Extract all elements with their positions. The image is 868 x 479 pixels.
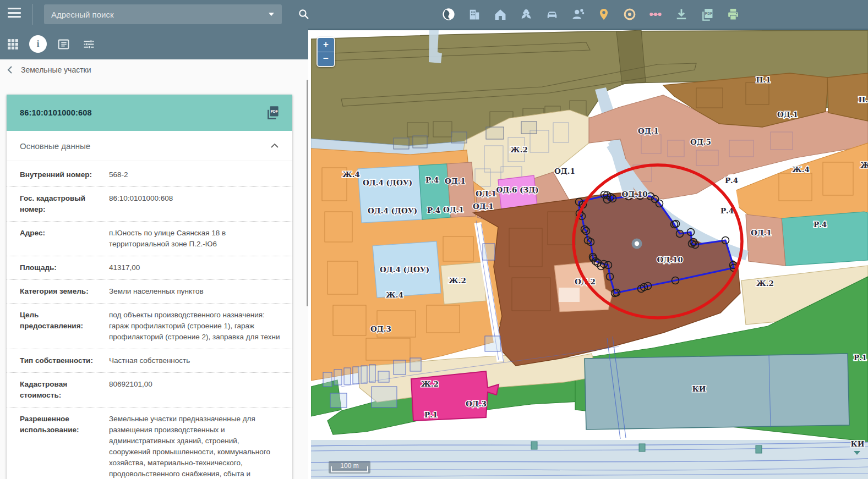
field-value: п.Юность по улице Саянская 18 в территор… [109,228,280,250]
search-icon[interactable] [298,8,310,20]
field-value: Земельные участки предназначенные для ра… [109,414,280,479]
zoom-out-button[interactable]: − [318,52,334,66]
menu-icon[interactable] [8,8,22,21]
field-label: Цель предоставления: [20,310,109,343]
field-value: 568-2 [109,169,280,180]
tab-layers-grid[interactable] [0,33,25,55]
svg-text:PDF: PDF [705,12,712,15]
zone-label: Р.1 [424,410,438,419]
panel-scrollbar[interactable] [307,80,308,306]
field-value: 86:10:0101000:608 [109,193,280,215]
zone-label: Ж.4 [386,290,403,299]
zone-label: ОД.1 [554,167,575,175]
worker-icon[interactable] [571,7,585,21]
field-label: Внутренний номер: [20,169,109,180]
print-icon[interactable] [726,7,740,21]
buildings-icon[interactable] [467,7,482,21]
field-label: Адрес: [20,228,109,250]
zone-label: Ж.4 [342,170,360,179]
download-icon[interactable] [674,7,689,21]
field-row: Внутренний номер:568-2 [7,163,292,186]
breadcrumb-row: Земельные участки [0,59,308,80]
chevron-down-icon [268,12,275,16]
route-dots-icon[interactable] [648,7,663,21]
zone-label: ОД.3 [466,399,487,408]
field-row: Адрес:п.Юность по улице Саянская 18 в те… [7,221,292,256]
zone-label: Р.4 [427,206,440,214]
fields-list: Внутренний номер:568-2Гос. кадастровый н… [7,161,292,479]
zone-label: ОД.1 [443,205,464,214]
zone-label: ОД.1 [751,228,772,237]
field-label: Разрешенное использование: [20,414,109,479]
map-top-shadow [308,29,868,30]
map-canvas[interactable]: Ж.4ОД.4 (ДОУ)Р.4ОД.1ОД.4 (ДОУ)Р.4ОД.1ОД.… [311,30,868,479]
zoom-control: + − [316,37,335,67]
field-label: Площадь: [20,262,109,273]
zone-label: ОД.4 (ДОУ) [380,265,429,274]
section-title: Основные данные [7,141,269,151]
panel-tabbar: i [0,29,308,59]
zone-label: П.1 [756,75,771,84]
map-pin-icon[interactable] [597,7,611,21]
toolbar-divider [32,4,32,25]
tab-list[interactable] [51,33,76,55]
field-value: Частная собственность [109,355,280,366]
field-value: 80692101,00 [109,379,280,401]
section-header: Основные данные [7,131,292,161]
zone-label: Ж.2 [449,276,466,285]
field-value: 41317,00 [109,262,280,273]
parcel-card: 86:10:0101000:608 PDF Основные данные Вн… [7,95,292,479]
zone-label: ОД.5 [690,137,711,146]
zoom-in-button[interactable]: + [318,38,334,52]
zone-label: ОД.1 [476,189,496,198]
details-panel: 86:10:0101000:608 PDF Основные данные Вн… [0,80,308,479]
map-container: Ж.4ОД.4 (ДОУ)Р.4ОД.1ОД.4 (ДОУ)Р.4ОД.1ОД.… [311,30,868,479]
car-icon[interactable] [545,7,559,21]
field-label: Категория земель: [20,286,109,297]
map-tools-group: PDF [441,7,740,21]
field-value: Земли населенных пунктов [109,286,280,297]
collapse-icon[interactable] [269,142,280,150]
grid-icon [7,38,19,51]
field-label: Кадастровая стоимость: [20,379,109,401]
zone-label: Ж [860,161,868,169]
zone-label: Ж.2 [421,379,439,388]
zone-label: ОД.10 [621,190,647,199]
field-label: Гос. кадастровый номер: [20,193,109,215]
railway-zone [311,440,868,479]
svg-text:PDF: PDF [271,109,278,113]
home-icon[interactable] [493,7,507,21]
zone-label: ОД.3 [370,324,391,333]
field-row: Тип собственности:Частная собственность [7,349,292,372]
zone-label: Р.4 [425,175,439,184]
parcel-cadastral-number: 86:10:0101000:608 [7,108,265,117]
target-icon[interactable] [623,7,637,21]
tune-icon [83,38,95,51]
pdf-button[interactable]: PDF [265,104,281,121]
list-icon [57,38,70,51]
field-row: Разрешенное использование:Земельные учас… [7,407,292,479]
zone-label: Р.4 [725,176,738,185]
zone-label: Ж.2 [756,279,774,288]
field-value: под объекты производственного назначения… [109,310,280,343]
flower-icon[interactable] [519,7,533,21]
field-row: Цель предоставления:под объекты производ… [7,303,292,349]
tab-info[interactable]: i [25,33,51,55]
back-button[interactable] [2,62,19,78]
tab-filters[interactable] [76,33,101,55]
address-search-input[interactable]: Адресный поиск [44,4,282,24]
info-icon: i [29,35,47,53]
globe-icon[interactable] [441,7,456,21]
zone-label: КИ [850,439,864,448]
parcel-card-header: 86:10:0101000:608 PDF [7,95,292,131]
zone-label: Р.4 [814,220,827,229]
top-toolbar: Адресный поиск PDF [0,0,868,29]
zone-label: ОД.4 (ДОУ) [368,206,417,215]
scale-bar: 100 m [329,461,370,474]
zone-label: ОД.1 [473,202,494,211]
search-placeholder: Адресный поиск [44,10,268,19]
pdf-export-icon[interactable]: PDF [700,7,714,21]
field-row: Площадь:41317,00 [7,256,292,279]
parcel-centroid-dot [635,241,639,246]
field-row: Кадастровая стоимость:80692101,00 [7,372,292,407]
